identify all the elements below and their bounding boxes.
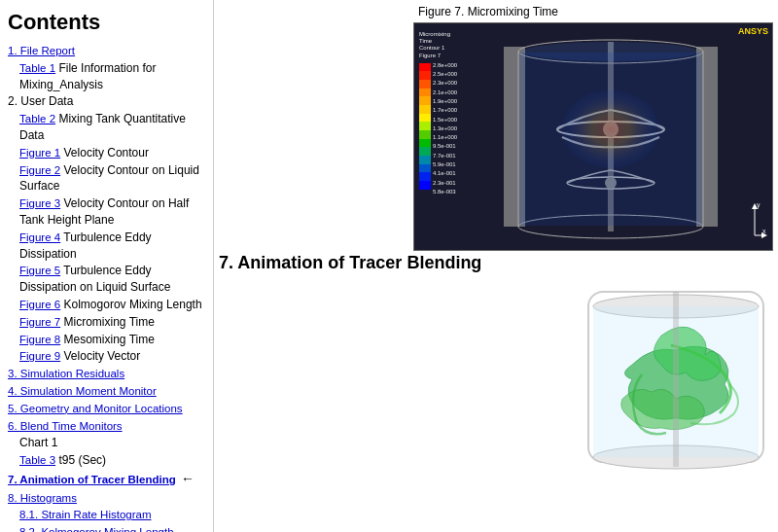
scale-val-6: 1.7e+000 (433, 106, 457, 115)
toc-item-table3: Table 3 t95 (Sec) (8, 452, 205, 469)
toc-item-fig5: Figure 5 Turbulence Eddy Dissipation on … (8, 263, 205, 296)
scale-val-15: 5.8e-003 (433, 188, 457, 196)
toc-suffix-table3: t95 (Sec) (55, 453, 106, 467)
toc-item-7: 7. Animation of Tracer Blending ← (8, 470, 205, 489)
toc-item-fig9: Figure 9 Velocity Vector (8, 348, 205, 365)
toc-link-fig8[interactable]: Figure 8 (19, 334, 60, 345)
arrow-icon: ← (181, 471, 194, 486)
toc-link-3[interactable]: 3. Simulation Residuals (8, 368, 124, 379)
scale-val-14: 2.3e-001 (433, 179, 457, 188)
toc-link-fig7[interactable]: Figure 7 (19, 316, 60, 328)
scale-val-5: 1.9e+000 (433, 97, 457, 106)
toc-link-81[interactable]: 8.1. Strain Rate Histogram (19, 509, 152, 520)
toc-item-fig3: Figure 3 Velocity Contour on Half Tank H… (8, 195, 205, 229)
svg-text:y: y (757, 201, 760, 209)
toc-suffix-fig9: Velocity Vector (60, 349, 140, 363)
toc-link-7[interactable]: 7. Animation of Tracer Blending (8, 474, 176, 485)
color-scale: Micromixing TimeContour 1 Figure 7 (419, 31, 463, 196)
toc-link-5[interactable]: 5. Geometry and Monitor Locations (8, 403, 183, 414)
toc-item-1: 1. File Report (8, 43, 205, 59)
annotation-arrow (214, 277, 423, 326)
scale-val-4: 2.1e+000 (433, 89, 457, 97)
toc-item-table2: Table 2 Mixing Tank Quantitative Data (8, 111, 205, 144)
toc-link-6[interactable]: 6. Blend Time Monitors (8, 420, 123, 432)
scale-val-9: 1.1e+000 (433, 133, 457, 142)
toc-item-fig4: Figure 4 Turbulence Eddy Dissipation (8, 230, 205, 263)
figure7-container: Figure 7. Micromixing Time ANSYS Micromi… (413, 0, 778, 253)
toc-item-6: 6. Blend Time Monitors (8, 418, 205, 435)
scale-bar (419, 63, 431, 190)
scale-val-1: 2.8e+000 (433, 61, 457, 70)
toc-list: 1. File Report Table 1 File Information … (8, 43, 205, 532)
toc-item-81: 8.1. Strain Rate Histogram (8, 507, 205, 523)
tank-svg (494, 32, 727, 241)
toc-link-fig6[interactable]: Figure 6 (19, 299, 60, 310)
svg-rect-26 (673, 292, 679, 467)
toc-link-4[interactable]: 4. Simulation Moment Monitor (8, 385, 157, 397)
svg-text:x: x (762, 228, 766, 234)
scale-val-11: 7.7e-001 (433, 152, 457, 160)
scale-val-10: 9.5e-001 (433, 142, 457, 151)
toc-item-table1: Table 1 File Information for Mixing_Anal… (8, 60, 205, 93)
toc-item-fig8: Figure 8 Mesomixing Time (8, 332, 205, 348)
toc-item-fig1: Figure 1 Velocity Contour (8, 145, 205, 161)
scale-val-2: 2.5e+000 (433, 70, 457, 79)
table-of-contents: Contents 1. File Report Table 1 File Inf… (0, 0, 214, 532)
toc-suffix-fig8: Mesomixing Time (60, 333, 155, 346)
toc-item-8: 8. Histograms (8, 490, 205, 507)
svg-rect-14 (519, 53, 702, 226)
toc-link-table2[interactable]: Table 2 (19, 113, 55, 124)
toc-item-2: 2. User Data (8, 93, 205, 110)
section7-heading: 7. Animation of Tracer Blending (219, 253, 481, 273)
toc-label-chart1: Chart 1 (19, 436, 57, 449)
toc-link-table3[interactable]: Table 3 (19, 454, 55, 466)
tank-visualization (473, 28, 748, 245)
figure7-caption: Figure 7. Micromixing Time (413, 0, 778, 18)
toc-item-4: 4. Simulation Moment Monitor (8, 383, 205, 400)
toc-label-2: 2. User Data (8, 94, 73, 108)
toc-suffix-fig6: Kolmogorov Mixing Length (60, 298, 201, 311)
toc-item-82: 8.2. Kolmogorov Mixing Length Histogram (8, 524, 205, 532)
scale-val-7: 1.5e+000 (433, 116, 457, 124)
scale-val-3: 2.3e+000 (433, 79, 457, 88)
toc-suffix-fig7: Micromixing Time (60, 315, 155, 329)
toc-item-fig2: Figure 2 Velocity Contour on Liquid Surf… (8, 162, 205, 195)
toc-item-5: 5. Geometry and Monitor Locations (8, 401, 205, 417)
toc-link-fig4[interactable]: Figure 4 (19, 231, 60, 243)
scale-val-8: 1.3e+000 (433, 124, 457, 133)
toc-item-fig6: Figure 6 Kolmogorov Mixing Length (8, 297, 205, 313)
figure7-image: ANSYS Micromixing TimeContour 1 Figure 7 (413, 22, 773, 251)
toc-suffix-fig1: Velocity Contour (60, 146, 149, 160)
toc-item-fig7: Figure 7 Micromixing Time (8, 314, 205, 331)
toc-link-fig3[interactable]: Figure 3 (19, 197, 60, 209)
toc-link-82[interactable]: 8.2. Kolmogorov Mixing Length Histogram (19, 526, 174, 532)
toc-link-table1[interactable]: Table 1 (19, 62, 55, 74)
animation-svg (584, 287, 768, 472)
scale-val-13: 4.1e-001 (433, 169, 457, 178)
right-panel: Figure 7. Micromixing Time ANSYS Micromi… (214, 0, 778, 532)
scale-labels: 2.8e+000 2.5e+000 2.3e+000 2.1e+000 1.9e… (433, 61, 457, 196)
toc-link-fig9[interactable]: Figure 9 (19, 350, 60, 362)
animation-thumbnail (584, 287, 768, 472)
toc-link-fig2[interactable]: Figure 2 (19, 164, 60, 176)
toc-link-1[interactable]: 1. File Report (8, 45, 75, 56)
coord-arrows: y x (743, 201, 767, 240)
toc-title: Contents (8, 10, 205, 35)
toc-link-fig1[interactable]: Figure 1 (19, 147, 60, 159)
scale-val-12: 5.9e-001 (433, 160, 457, 169)
toc-item-chart1: Chart 1 (8, 435, 205, 451)
toc-link-8[interactable]: 8. Histograms (8, 492, 77, 504)
toc-link-fig5[interactable]: Figure 5 (19, 265, 60, 276)
scale-title: Micromixing TimeContour 1 Figure 7 (419, 31, 463, 59)
toc-item-3: 3. Simulation Residuals (8, 366, 205, 382)
